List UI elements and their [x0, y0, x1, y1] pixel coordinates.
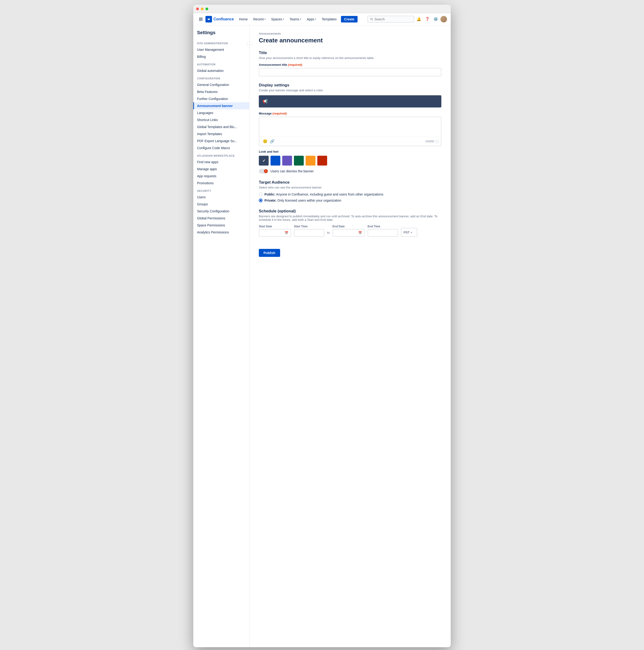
svg-rect-0: [199, 17, 200, 19]
sidebar-item-general-configuration[interactable]: General Configuration: [193, 81, 249, 88]
nav-home[interactable]: Home: [237, 16, 250, 23]
title-section: Title Give your announcement a short tit…: [259, 50, 441, 76]
close-button[interactable]: [196, 7, 199, 10]
sidebar-item-promotions[interactable]: Promotions: [193, 180, 249, 187]
color-swatch-blue[interactable]: [270, 156, 280, 166]
sidebar-item-shortcut-links[interactable]: Shortcut Links: [193, 116, 249, 123]
sidebar-item-announcement-banner[interactable]: Announcement banner: [193, 102, 249, 109]
main-layout: ‹ Settings SITE ADMINISTRATION User Mana…: [193, 25, 451, 647]
confluence-logo[interactable]: Confluence: [205, 16, 234, 23]
sidebar-item-languages[interactable]: Languages: [193, 109, 249, 116]
end-time-field: End Time: [368, 225, 398, 237]
apps-chevron: ▾: [315, 18, 316, 21]
radio-public[interactable]: Public: Anyone in Confluence, including …: [259, 192, 441, 196]
breadcrumb: Announcements: [259, 32, 441, 35]
maximize-button[interactable]: [205, 7, 208, 10]
avatar[interactable]: [441, 16, 447, 23]
sidebar-collapse-button[interactable]: ‹: [247, 42, 252, 47]
search-icon: [370, 17, 373, 21]
sidebar-item-find-new-apps[interactable]: Find new apps: [193, 158, 249, 166]
section-configuration-label: CONFIGURATION: [193, 74, 249, 81]
target-audience-section: Target Audience Select who can see the a…: [259, 180, 441, 202]
minimize-button[interactable]: [201, 7, 203, 10]
settings-icon[interactable]: ⚙️: [432, 15, 440, 23]
svg-rect-7: [200, 20, 201, 21]
display-settings-section: Display settings Create your banner mess…: [259, 83, 441, 174]
radio-private[interactable]: Private: Only licensed users within your…: [259, 198, 441, 202]
toggle-knob: ✕: [264, 169, 268, 173]
start-date-input[interactable]: [262, 231, 283, 234]
sidebar-item-billing[interactable]: Billing: [193, 53, 249, 60]
publish-button[interactable]: Publish: [259, 249, 280, 257]
target-audience-heading: Target Audience: [259, 180, 441, 185]
sidebar-item-configure-code-macro[interactable]: Configure Code Macro: [193, 144, 249, 151]
title-section-desc: Give your announcement a short title to …: [259, 56, 441, 60]
message-textarea[interactable]: [259, 117, 441, 136]
start-date-label: Start Date: [259, 225, 291, 228]
radio-private-btn[interactable]: [259, 198, 263, 202]
nav-recent[interactable]: Recent ▾: [251, 16, 268, 23]
search-input[interactable]: [374, 17, 411, 21]
look-and-feel-label: Look and feel: [259, 150, 441, 153]
timezone-dropdown[interactable]: PST ▾: [401, 228, 417, 237]
sidebar-item-app-requests[interactable]: App requests: [193, 173, 249, 180]
link-button[interactable]: 🔗: [269, 138, 276, 144]
schedule-desc: Banners are designed to publish immediat…: [259, 215, 441, 221]
end-time-input[interactable]: [371, 231, 391, 234]
announcement-title-input[interactable]: [259, 68, 441, 76]
start-time-input[interactable]: [297, 231, 318, 234]
emoji-button[interactable]: 🙂: [262, 138, 269, 144]
color-swatch-green[interactable]: [294, 156, 304, 166]
sidebar-item-manage-apps[interactable]: Manage apps: [193, 166, 249, 173]
notifications-icon[interactable]: 🔔: [415, 15, 423, 23]
nav-templates[interactable]: Templates: [319, 16, 339, 23]
sidebar-item-groups[interactable]: Groups: [193, 201, 249, 208]
sidebar-item-global-automation[interactable]: Global automation: [193, 67, 249, 74]
start-date-input-wrap: 📅: [259, 229, 291, 237]
banner-preview: 📢: [259, 95, 441, 107]
sidebar-item-user-management[interactable]: User Management: [193, 46, 249, 53]
sidebar-item-import-templates[interactable]: Import Templates: [193, 131, 249, 138]
radio-public-text: Public: Anyone in Confluence, including …: [264, 192, 383, 196]
sidebar-item-analytics-permissions[interactable]: Analytics Permissions: [193, 229, 249, 236]
color-swatch-red[interactable]: [317, 156, 327, 166]
display-settings-desc: Create your banner message and select a …: [259, 88, 441, 92]
search-box[interactable]: [367, 16, 414, 23]
sidebar-title: Settings: [193, 30, 249, 39]
sidebar-item-global-permissions[interactable]: Global Permissions: [193, 215, 249, 222]
sidebar-item-security-configuration[interactable]: Security Configuration: [193, 208, 249, 215]
create-button[interactable]: Create: [341, 16, 358, 23]
sidebar-item-pdf-export[interactable]: PDF Export Language Su...: [193, 138, 249, 144]
svg-rect-3: [199, 19, 200, 20]
nav-spaces[interactable]: Spaces ▾: [269, 16, 287, 23]
logo-text: Confluence: [214, 17, 234, 21]
color-swatch-purple[interactable]: [282, 156, 292, 166]
sidebar-item-space-permissions[interactable]: Space Permissions: [193, 222, 249, 229]
sidebar-item-users[interactable]: Users: [193, 194, 249, 201]
svg-rect-5: [201, 19, 202, 20]
nav-teams[interactable]: Teams ▾: [288, 16, 304, 23]
radio-public-btn[interactable]: [259, 192, 263, 196]
end-date-input[interactable]: [335, 231, 356, 234]
color-swatch-dark-blue[interactable]: ✓: [259, 156, 269, 166]
radio-private-dot: [260, 200, 262, 202]
svg-rect-6: [199, 20, 200, 21]
svg-rect-1: [200, 17, 201, 19]
schedule-section: Schedule (optional) Banners are designed…: [259, 209, 441, 237]
help-icon[interactable]: ❓: [424, 15, 431, 23]
start-time-field: Start Time: [294, 225, 324, 237]
message-toolbar: 🙂 🔗 0/4000: [259, 137, 441, 146]
nav-apps[interactable]: Apps ▾: [304, 16, 318, 23]
schedule-grid: Start Date 📅 Start Time to: [259, 225, 441, 237]
end-time-input-wrap: [368, 229, 398, 237]
title-section-heading: Title: [259, 50, 441, 55]
sidebar-item-beta-features[interactable]: Beta Features: [193, 88, 249, 95]
dismiss-toggle[interactable]: ✕: [259, 169, 268, 174]
sidebar-item-further-configuration[interactable]: Further Configuration: [193, 95, 249, 102]
sidebar-item-global-templates[interactable]: Global Templates and Blu...: [193, 123, 249, 131]
grid-menu-icon[interactable]: [197, 15, 204, 23]
section-security-label: SECURITY: [193, 187, 249, 194]
dismiss-toggle-row: Users can dismiss the banner ✕: [259, 169, 441, 174]
megaphone-icon: 📢: [263, 99, 268, 104]
color-swatch-yellow[interactable]: [306, 156, 315, 166]
